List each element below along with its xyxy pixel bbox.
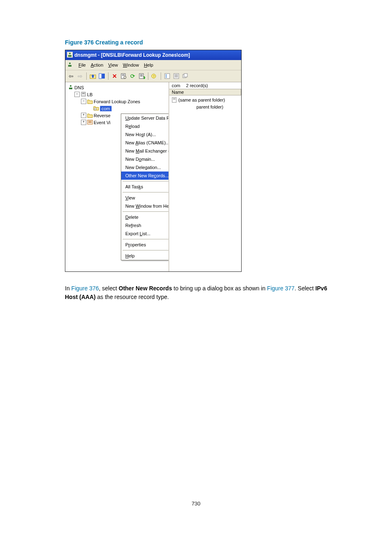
svg-rect-29	[184, 74, 187, 77]
svg-rect-24	[175, 74, 178, 75]
tree-pane: DNS − LB − Forward Lookup Zones com	[65, 82, 169, 271]
list-summary: com 2 record(s)	[169, 82, 241, 89]
svg-point-1	[69, 53, 71, 54]
back-icon[interactable]: ⇦	[67, 72, 75, 80]
menu-separator	[122, 181, 169, 181]
menu-action[interactable]: Action	[91, 63, 104, 67]
detail-icon[interactable]	[172, 72, 180, 80]
menu-properties[interactable]: Properties	[121, 241, 169, 249]
expand-icon[interactable]: +	[81, 120, 86, 125]
menu-help[interactable]: Help	[144, 63, 153, 67]
svg-rect-34	[94, 108, 96, 110]
svg-rect-40	[173, 98, 175, 99]
body-paragraph: In Figure 376, select Other New Records …	[65, 284, 328, 301]
tree-root-label: DNS	[74, 85, 84, 90]
tree-flz[interactable]: − Forward Lookup Zones	[67, 98, 168, 105]
folder-icon	[87, 99, 93, 104]
list-item-label: (same as parent folder)	[178, 97, 225, 102]
menu-reload[interactable]: Reload	[121, 122, 169, 130]
tree-lb[interactable]: − LB	[67, 91, 168, 98]
svg-rect-2	[68, 55, 71, 57]
export-icon[interactable]	[138, 72, 146, 80]
menu-new-delegation[interactable]: New Delegation...	[121, 163, 169, 171]
menu-new-alias-cname[interactable]: New Alias (CNAME)...	[121, 139, 169, 147]
menu-other-new-records[interactable]: Other New Records...	[121, 171, 169, 180]
properties-icon[interactable]	[120, 72, 128, 80]
body-area: DNS − LB − Forward Lookup Zones com	[65, 82, 241, 271]
svg-rect-25	[175, 75, 178, 76]
svg-rect-8	[102, 74, 105, 79]
list-item[interactable]: (same as parent folder)	[172, 96, 239, 103]
link-figure-377[interactable]: Figure 377	[267, 285, 295, 292]
server-icon	[81, 91, 86, 98]
menu-delete[interactable]: Delete	[121, 213, 169, 221]
up-folder-icon[interactable]	[89, 72, 97, 80]
menu-new-domain[interactable]: New Domain...	[121, 155, 169, 163]
svg-rect-20	[166, 74, 167, 75]
menu-file[interactable]: File	[78, 63, 86, 67]
menubar: File Action View Window Help	[65, 60, 241, 70]
list-summary-zone: com	[172, 83, 180, 88]
forward-icon[interactable]: ⇨	[76, 72, 84, 80]
expand-icon[interactable]: +	[81, 113, 86, 118]
svg-rect-39	[172, 97, 176, 102]
expand-icon[interactable]: −	[81, 99, 86, 104]
strong-other-new-records: Other New Records	[119, 285, 172, 292]
svg-rect-41	[173, 99, 175, 100]
titlebar: dnsmgmt - [DNS\LB\Forward Lookup Zones\c…	[65, 50, 241, 60]
column-name[interactable]: Name	[169, 89, 241, 95]
list-icon[interactable]	[163, 72, 171, 80]
menu-refresh[interactable]: Refresh	[121, 221, 169, 229]
menu-new-host-a[interactable]: New Host (A)...	[121, 130, 169, 139]
zone-icon	[93, 106, 99, 111]
tree-root[interactable]: DNS	[67, 84, 168, 91]
tree-com-label: com	[100, 106, 112, 111]
dns-root-icon	[68, 84, 74, 91]
link-figure-376[interactable]: Figure 376	[71, 285, 99, 292]
svg-rect-33	[82, 93, 85, 94]
svg-point-12	[124, 76, 126, 79]
figure-caption: Figure 376 Creating a record	[65, 39, 328, 46]
tree-flz-label: Forward Lookup Zones	[94, 99, 140, 104]
menu-all-tasks[interactable]: All Tasks▶	[121, 183, 169, 191]
page-number: 730	[0, 501, 392, 507]
svg-rect-37	[88, 122, 92, 122]
menu-export-list[interactable]: Export List...	[121, 229, 169, 238]
menu-new-window[interactable]: New Window from Here	[121, 202, 169, 210]
tree-lb-label: LB	[87, 92, 92, 97]
refresh-icon[interactable]: ⟳	[129, 72, 137, 80]
cascade-icon[interactable]	[181, 72, 189, 80]
tree-com[interactable]: com	[67, 105, 168, 112]
svg-rect-7	[99, 74, 101, 79]
svg-rect-19	[165, 74, 170, 79]
help-icon[interactable]: ?	[150, 72, 159, 80]
svg-rect-21	[166, 76, 167, 76]
svg-rect-26	[175, 76, 178, 76]
menubar-app-icon	[67, 62, 73, 68]
svg-rect-16	[140, 76, 143, 76]
list-item-partial[interactable]: parent folder)	[172, 103, 239, 110]
menu-new-mx[interactable]: New Mail Exchanger (MX)...	[121, 147, 169, 155]
menu-window[interactable]: Window	[123, 63, 139, 67]
menu-view[interactable]: View	[108, 63, 118, 67]
event-viewer-icon	[87, 120, 93, 125]
delete-icon[interactable]: ✕	[111, 72, 119, 80]
menu-separator	[122, 192, 169, 192]
context-menu: Update Server Data File Reload New Host …	[121, 114, 169, 260]
folder-icon	[87, 113, 93, 118]
svg-rect-32	[81, 92, 85, 96]
toolbar: ⇦ ⇨ ✕ ⟳ ?	[65, 70, 241, 82]
window-title: dnsmgmt - [DNS\LB\Forward Lookup Zones\c…	[74, 52, 190, 58]
menu-update-server-data[interactable]: Update Server Data File	[121, 114, 169, 122]
list-summary-count: 2 record(s)	[186, 83, 208, 88]
svg-rect-14	[140, 74, 143, 75]
svg-rect-27	[175, 77, 178, 77]
show-hide-icon[interactable]	[98, 72, 106, 80]
expand-icon[interactable]: −	[74, 92, 80, 97]
menu-help-ctx[interactable]: Help	[121, 252, 169, 260]
svg-rect-15	[140, 75, 143, 76]
svg-rect-38	[88, 123, 92, 123]
menu-view[interactable]: View▶	[121, 194, 169, 202]
menu-separator	[122, 239, 169, 239]
screenshot-window: dnsmgmt - [DNS\LB\Forward Lookup Zones\c…	[65, 50, 242, 272]
